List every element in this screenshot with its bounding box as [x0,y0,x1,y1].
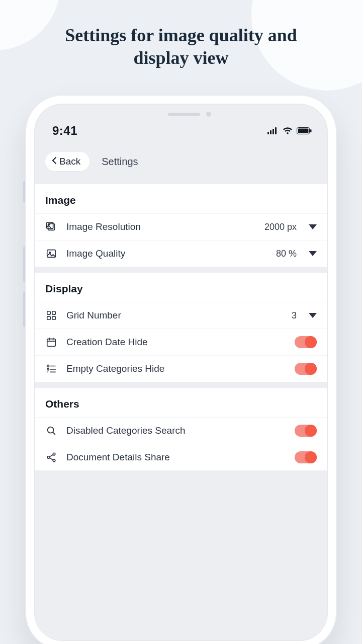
image-quality-value: 80 % [276,249,297,259]
image-resolution-label: Image Resolution [66,221,255,232]
row-disabled-categories-search: Disabled Categories Search [35,417,327,444]
cellular-icon [267,127,279,134]
grid-number-label: Grid Number [66,310,283,321]
row-empty-categories-hide: Empty Categories Hide [35,355,327,382]
section-image-header: Image [35,184,327,213]
list-icon [45,363,57,375]
creation-date-hide-label: Creation Date Hide [66,337,286,348]
grid-icon [45,309,57,321]
grid-number-value: 3 [292,310,297,321]
section-display: Display Grid Number 3 Creation Date Hide [35,273,327,382]
image-resolution-icon [45,221,57,233]
wifi-icon [283,127,293,134]
svg-rect-0 [267,132,269,134]
row-image-quality[interactable]: Image Quality 80 % [35,240,327,267]
section-image: Image Image Resolution 2000 px Image Qua… [35,184,327,267]
share-icon [45,451,57,463]
svg-point-18 [47,368,49,370]
document-details-share-toggle[interactable] [295,451,317,463]
section-others-header: Others [35,388,327,417]
svg-rect-10 [47,250,56,258]
svg-rect-3 [275,127,277,134]
chevron-down-icon [309,313,317,318]
svg-rect-1 [270,130,272,134]
svg-rect-6 [310,129,312,132]
svg-rect-8 [47,222,53,229]
empty-categories-hide-label: Empty Categories Hide [66,363,286,374]
hero-heading: Settings for image quality and display v… [0,0,362,69]
device-frame: 9:41 [26,96,336,644]
svg-rect-5 [298,129,309,133]
screen: 9:41 [35,105,327,640]
svg-rect-2 [273,129,274,134]
search-icon [45,425,57,437]
calendar-icon [45,336,57,348]
chevron-left-icon [51,156,57,167]
svg-rect-13 [52,311,55,314]
row-image-resolution[interactable]: Image Resolution 2000 px [35,213,327,240]
svg-rect-15 [52,316,55,319]
row-document-details-share: Document Details Share [35,444,327,470]
chevron-down-icon [309,224,317,229]
document-details-share-label: Document Details Share [66,452,286,463]
svg-rect-17 [47,365,49,367]
creation-date-hide-toggle[interactable] [295,336,317,348]
page-title: Settings [102,156,138,168]
status-time: 9:41 [52,124,77,138]
image-resolution-value: 2000 px [264,222,297,232]
status-bar: 9:41 [35,105,327,143]
chevron-down-icon [309,251,317,256]
section-display-header: Display [35,273,327,302]
row-creation-date-hide: Creation Date Hide [35,329,327,355]
disabled-categories-search-toggle[interactable] [295,425,317,437]
row-grid-number[interactable]: Grid Number 3 [35,302,327,329]
back-label: Back [59,156,80,167]
back-button[interactable]: Back [45,152,89,171]
image-icon [45,248,57,260]
nav-bar: Back Settings [35,143,327,184]
section-others: Others Disabled Categories Search Docume… [35,388,327,470]
battery-icon [297,127,312,134]
svg-rect-14 [47,316,50,319]
svg-rect-12 [47,311,50,314]
disabled-categories-search-label: Disabled Categories Search [66,425,286,436]
svg-point-9 [48,224,49,225]
svg-rect-16 [47,339,56,347]
image-quality-label: Image Quality [66,248,267,259]
svg-point-11 [49,252,51,254]
empty-categories-hide-toggle[interactable] [295,363,317,375]
